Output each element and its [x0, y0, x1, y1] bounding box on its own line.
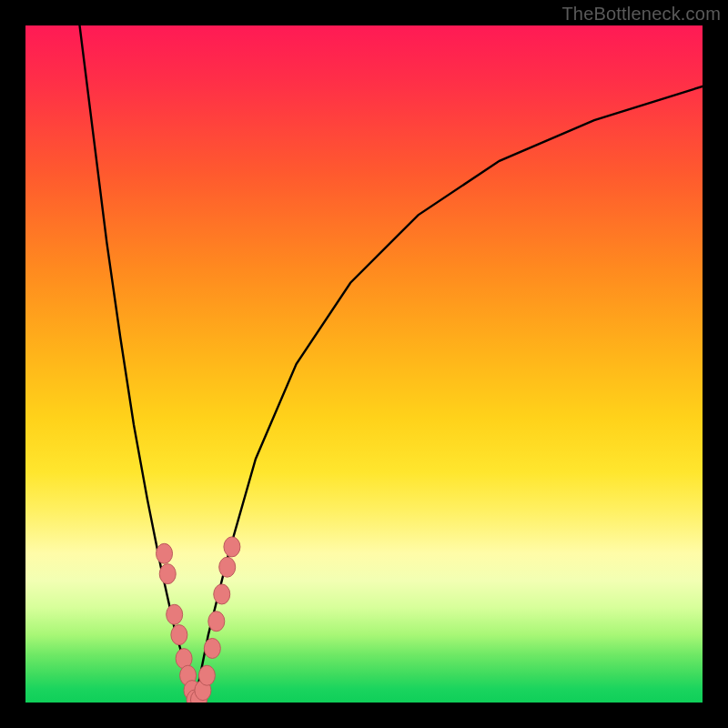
marker-group: [157, 537, 240, 703]
series-right-branch: [195, 86, 703, 703]
watermark-text: TheBottleneck.com: [561, 4, 721, 25]
data-marker: [224, 537, 240, 557]
chart-svg: [25, 25, 703, 703]
chart-frame: TheBottleneck.com: [0, 0, 728, 728]
series-group: [80, 25, 703, 703]
data-marker: [204, 638, 220, 658]
data-marker: [171, 625, 187, 645]
data-marker: [167, 604, 183, 624]
data-marker: [208, 612, 225, 632]
data-marker: [214, 584, 230, 604]
data-marker: [198, 665, 215, 685]
data-marker: [159, 564, 176, 584]
data-marker: [219, 557, 236, 577]
plot-area: [25, 25, 703, 703]
data-marker: [157, 543, 173, 563]
series-left-branch: [80, 25, 195, 703]
